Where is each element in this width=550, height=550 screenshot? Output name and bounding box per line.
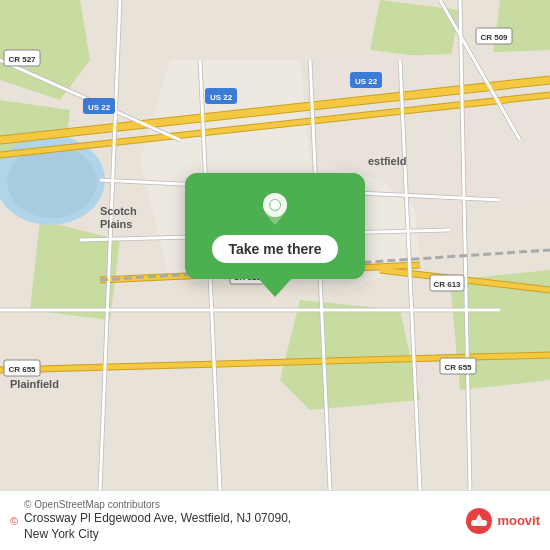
osm-credit: © OpenStreetMap contributors: [24, 498, 291, 511]
svg-text:Scotch: Scotch: [100, 205, 137, 217]
moovit-text: moovit: [497, 513, 540, 528]
moovit-icon: [465, 507, 493, 535]
svg-text:US 22: US 22: [88, 103, 111, 112]
svg-marker-4: [280, 300, 420, 410]
svg-text:CR 527: CR 527: [8, 55, 36, 64]
address-line2: New York City: [24, 527, 291, 543]
svg-text:CR 509: CR 509: [480, 33, 508, 42]
svg-text:US 22: US 22: [355, 77, 378, 86]
svg-text:CR 613: CR 613: [433, 280, 461, 289]
svg-text:US 22: US 22: [210, 93, 233, 102]
svg-point-9: [7, 146, 97, 218]
location-pin-icon: [257, 191, 293, 227]
footer-address: © OpenStreetMap contributors Crossway Pl…: [24, 498, 291, 542]
take-me-there-button[interactable]: Take me there: [212, 235, 337, 263]
map-container: US 22 US 22 US 22 CR 527 CR 509 CR 655 C…: [0, 0, 550, 490]
svg-point-67: [270, 200, 280, 210]
svg-text:Plains: Plains: [100, 218, 132, 230]
svg-text:CR 655: CR 655: [8, 365, 36, 374]
popup-card: Take me there: [185, 173, 365, 279]
footer-left: © © OpenStreetMap contributors Crossway …: [10, 498, 291, 542]
footer: © © OpenStreetMap contributors Crossway …: [0, 490, 550, 550]
osm-logo: ©: [10, 515, 18, 527]
svg-text:CR 655: CR 655: [444, 363, 472, 372]
moovit-logo: moovit: [465, 507, 540, 535]
svg-text:estfield: estfield: [368, 155, 407, 167]
svg-text:Plainfield: Plainfield: [10, 378, 59, 390]
address-line1: Crossway Pl Edgewood Ave, Westfield, NJ …: [24, 511, 291, 527]
